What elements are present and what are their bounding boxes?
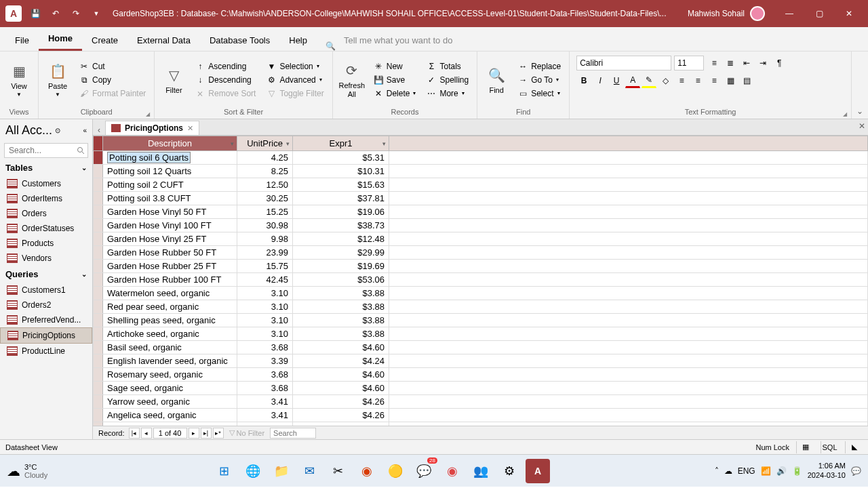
cell-unitprice[interactable]: 3.41 [237,422,293,426]
row-selector[interactable] [94,192,103,205]
nav-search-input[interactable] [4,143,88,158]
cell-empty[interactable] [389,165,868,178]
cell-expr1[interactable]: $4.60 [293,341,389,354]
design-view-button[interactable]: ◣ [845,441,863,453]
table-row[interactable]: Potting soil 3.8 CUFT30.25$37.81 [94,192,868,205]
row-selector[interactable] [94,165,103,178]
ascending-button[interactable]: ↑Ascending [191,60,260,73]
indent-inc-icon[interactable]: ⇥ [755,56,770,70]
cell-description[interactable]: Sage seed, organic [103,382,237,395]
cell-description[interactable]: Potting soil 6 Quarts [103,151,237,165]
cell-description[interactable]: Potting soil 2 CUFT [103,178,237,192]
prev-record-button[interactable]: ◂ [141,428,152,439]
cell-expr1[interactable]: $4.26 [293,395,389,409]
copy-button[interactable]: ⧉Copy [75,74,150,86]
select-button[interactable]: ▭Select ▾ [514,87,565,100]
font-select[interactable] [576,56,671,70]
cell-expr1[interactable]: $15.63 [293,178,389,192]
app2-icon[interactable]: ◉ [440,459,465,483]
start-button[interactable]: ⊞ [212,459,237,483]
align-center-icon[interactable]: ≡ [690,73,705,88]
undo-icon[interactable]: ↶ [47,5,64,22]
redo-icon[interactable]: ↷ [68,5,84,22]
cell-expr1[interactable]: $12.48 [293,232,389,246]
chevron-down-icon[interactable]: ▾ [382,140,386,147]
cell-unitprice[interactable]: 3.41 [237,395,293,409]
cell-description[interactable]: Potting soil 3.8 CUFT [103,192,237,205]
row-selector[interactable] [94,205,103,219]
nav-group-queries[interactable]: Queries⌄ [0,266,92,283]
row-selector[interactable] [94,300,103,314]
cell-description[interactable]: Garden Hose Rubber 100 FT [103,273,237,287]
cell-unitprice[interactable]: 15.75 [237,260,293,273]
col-unitprice[interactable]: UnitPrice▾ [237,136,293,151]
row-selector[interactable] [94,382,103,395]
cell-unitprice[interactable]: 3.10 [237,327,293,341]
snip-icon[interactable]: ✂ [326,459,351,483]
nav-item-productline[interactable]: ProductLine [0,344,92,359]
cell-expr1[interactable]: $37.81 [293,192,389,205]
view-button[interactable]: ▦ View ▼ [4,62,34,98]
refresh-all-button[interactable]: ⟳ Refresh All [337,61,367,98]
datasheet-view-button[interactable]: ▦ [796,441,814,453]
last-record-button[interactable]: ▸| [201,428,212,439]
row-selector[interactable] [94,368,103,382]
app-icon[interactable]: ◉ [355,459,379,483]
explorer-icon[interactable]: 📁 [269,459,294,483]
cell-empty[interactable] [389,205,868,219]
cell-description[interactable]: Basil seed, organic [103,341,237,354]
cell-description[interactable]: Potting soil 12 Quarts [103,165,237,178]
whatsapp-icon[interactable]: 💬28 [412,459,436,483]
datasheet-grid[interactable]: Description▾ UnitPrice▾ Expr1▾ Potting s… [93,136,868,426]
cell-unitprice[interactable]: 3.41 [237,409,293,422]
tab-database-tools[interactable]: Database Tools [200,30,279,51]
align-left-icon[interactable]: ≡ [674,73,689,88]
row-selector[interactable] [94,246,103,260]
cell-empty[interactable] [389,178,868,192]
weather-widget[interactable]: ☁ 3°C Cloudy [7,463,47,479]
cell-expr1[interactable]: $10.31 [293,165,389,178]
cell-empty[interactable] [389,300,868,314]
cell-expr1[interactable]: $5.31 [293,151,389,165]
table-row[interactable]: Rosemary seed, organic3.68$4.60 [94,368,868,382]
cell-description[interactable]: Rosemary seed, organic [103,368,237,382]
table-row[interactable]: Potting soil 6 Quarts4.25$5.31 [94,151,868,165]
cell-empty[interactable] [389,287,868,300]
table-row[interactable]: Yarrow seed, organic3.41$4.26 [94,395,868,409]
spelling-button[interactable]: ✓Spelling [422,74,473,86]
cell-description[interactable]: Yarrow seed, organic [103,395,237,409]
new-record-button[interactable]: ▸* [213,428,224,439]
cell-unitprice[interactable]: 15.25 [237,205,293,219]
italic-button[interactable]: I [593,73,608,88]
cell-empty[interactable] [389,327,868,341]
row-selector[interactable] [94,341,103,354]
tab-help[interactable]: Help [279,30,317,51]
replace-button[interactable]: ↔Replace [514,60,565,73]
cell-unitprice[interactable]: 4.25 [237,151,293,165]
cell-empty[interactable] [389,219,868,232]
cell-empty[interactable] [389,151,868,165]
outlook-icon[interactable]: ✉ [298,459,322,483]
nav-item-products[interactable]: Products [0,236,92,251]
tab-home[interactable]: Home [39,28,82,51]
notifications-icon[interactable]: 💬 [851,466,861,476]
chevron-down-icon[interactable]: ▾ [286,140,290,147]
cell-description[interactable]: Garden Hose Vinyl 50 FT [103,205,237,219]
record-position-input[interactable] [153,428,187,439]
maximize-button[interactable]: ▢ [806,3,833,24]
save-record-button[interactable]: 💾Save [370,74,420,86]
col-expr1[interactable]: Expr1▾ [293,136,389,151]
volume-icon[interactable]: 🔊 [776,466,787,476]
search-icon[interactable]: 🔍 [322,41,338,51]
table-row[interactable]: Shelling peas seed, organic3.10$3.88 [94,314,868,327]
tray-chevron-icon[interactable]: ˄ [715,466,719,476]
tellme-input[interactable]: Tell me what you want to do [338,30,863,51]
cell-empty[interactable] [389,341,868,354]
row-selector[interactable] [94,287,103,300]
table-row[interactable]: Watermelon seed, organic3.10$3.88 [94,287,868,300]
cell-expr1[interactable]: $53.06 [293,273,389,287]
cell-expr1[interactable]: $3.88 [293,300,389,314]
first-record-button[interactable]: |◂ [129,428,140,439]
tab-create[interactable]: Create [82,30,127,51]
cell-empty[interactable] [389,382,868,395]
